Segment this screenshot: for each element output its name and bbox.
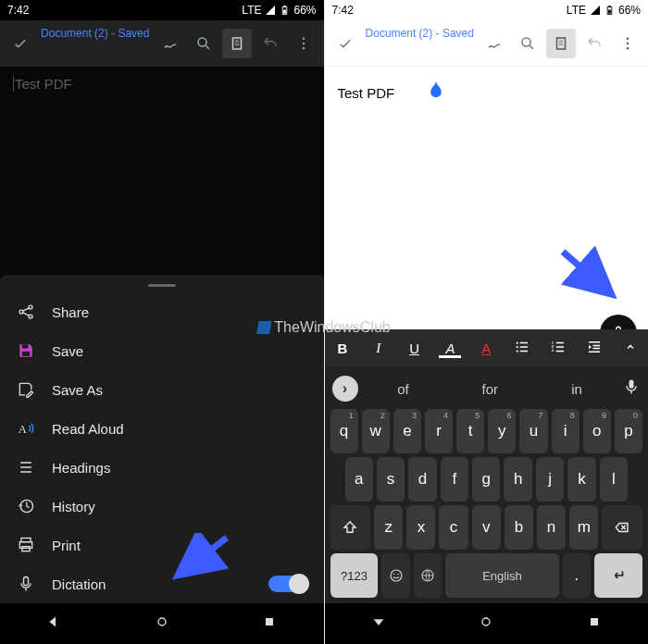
nav-recent[interactable] — [262, 614, 277, 633]
svg-point-22 — [627, 37, 629, 39]
reading-view-button[interactable] — [222, 29, 252, 58]
menu-save-as[interactable]: Save As — [0, 370, 324, 409]
key-y[interactable]: y6 — [488, 409, 516, 453]
svg-point-30 — [391, 570, 402, 581]
menu-label: Dictation — [52, 576, 106, 592]
space-key[interactable]: English — [445, 553, 558, 598]
menu-headings[interactable]: Headings — [0, 448, 324, 487]
key-q[interactable]: q1 — [330, 409, 358, 453]
sheet-handle[interactable] — [148, 284, 176, 287]
key-v[interactable]: v — [472, 505, 501, 550]
svg-point-27 — [517, 345, 518, 347]
key-j[interactable]: j — [536, 457, 564, 502]
keyboard-mic-icon[interactable] — [622, 378, 641, 400]
lang-key[interactable] — [414, 553, 442, 598]
key-d[interactable]: d — [408, 457, 436, 502]
nav-back[interactable] — [46, 614, 61, 633]
search-button[interactable] — [513, 29, 542, 58]
shift-key[interactable] — [330, 505, 371, 550]
app-header: Document (2) - Saved — [325, 20, 649, 67]
undo-button[interactable] — [255, 29, 285, 58]
undo-button[interactable] — [579, 29, 609, 58]
svg-point-24 — [627, 47, 629, 49]
key-k[interactable]: k — [567, 457, 595, 502]
suggestion-expand[interactable]: › — [332, 376, 358, 402]
symbols-key[interactable]: ?123 — [330, 553, 379, 598]
key-s[interactable]: s — [377, 457, 405, 502]
draw-button[interactable] — [480, 29, 509, 58]
key-e[interactable]: e3 — [393, 409, 421, 453]
key-z[interactable]: z — [374, 505, 403, 550]
highlight-button[interactable]: A — [435, 341, 465, 356]
key-x[interactable]: x — [406, 505, 435, 550]
menu-label: Headings — [52, 460, 110, 476]
key-m[interactable]: m — [569, 505, 598, 550]
cursor-handle-icon[interactable] — [430, 80, 442, 98]
draw-button[interactable] — [156, 29, 185, 58]
numbered-button[interactable] — [543, 339, 573, 358]
document-title[interactable]: Document (2) - Saved — [364, 27, 477, 40]
suggestion-2[interactable]: for — [448, 381, 531, 397]
menu-dictation[interactable]: Dictation — [0, 564, 324, 603]
key-h[interactable]: h — [504, 457, 531, 502]
nav-recent[interactable] — [587, 614, 602, 633]
nav-home[interactable] — [155, 614, 169, 633]
more-button[interactable] — [613, 29, 642, 58]
menu-label: Share — [52, 304, 89, 320]
key-u[interactable]: u7 — [519, 409, 547, 453]
menu-history[interactable]: History — [0, 487, 324, 526]
key-r[interactable]: r4 — [425, 409, 453, 453]
toolbar-expand-icon[interactable] — [616, 339, 645, 358]
indent-button[interactable] — [579, 339, 609, 358]
key-l[interactable]: l — [600, 457, 628, 502]
svg-rect-21 — [557, 38, 566, 49]
key-w[interactable]: w2 — [362, 409, 390, 453]
key-b[interactable]: b — [505, 505, 533, 550]
suggestion-1[interactable]: of — [362, 381, 445, 397]
signal-icon — [590, 5, 601, 16]
key-i[interactable]: i8 — [552, 409, 579, 453]
font-color-button[interactable]: A — [471, 341, 501, 356]
key-f[interactable]: f — [441, 457, 468, 502]
document-text: Test PDF — [338, 85, 395, 101]
bold-button[interactable]: B — [328, 341, 357, 356]
read-aloud-icon: A — [17, 419, 35, 438]
key-n[interactable]: n — [537, 505, 566, 550]
enter-key[interactable] — [594, 553, 642, 598]
nav-back[interactable] — [371, 614, 386, 633]
share-icon — [17, 303, 35, 321]
period-key[interactable]: . — [563, 553, 592, 598]
reading-view-button[interactable] — [546, 29, 576, 58]
menu-save[interactable]: Save — [0, 331, 324, 370]
svg-point-5 — [302, 47, 304, 49]
document-title[interactable]: Document (2) - Saved — [39, 27, 152, 40]
nav-home[interactable] — [479, 614, 493, 633]
svg-rect-18 — [266, 618, 273, 625]
svg-point-17 — [158, 618, 166, 625]
backspace-key[interactable] — [602, 505, 642, 550]
headings-icon — [17, 458, 35, 477]
italic-button[interactable]: I — [364, 341, 393, 356]
menu-label: Print — [52, 538, 81, 553]
key-c[interactable]: c — [439, 505, 467, 550]
emoji-key[interactable] — [381, 553, 410, 598]
menu-print[interactable]: Print — [0, 526, 324, 564]
done-button[interactable] — [6, 29, 35, 58]
svg-rect-19 — [608, 10, 611, 14]
key-o[interactable]: o9 — [583, 409, 611, 453]
more-button[interactable] — [289, 29, 318, 58]
bullets-button[interactable] — [507, 339, 537, 358]
done-button[interactable] — [330, 29, 360, 58]
key-a[interactable]: a — [345, 457, 373, 502]
app-header: Document (2) - Saved — [0, 20, 324, 67]
dictation-toggle[interactable] — [268, 576, 307, 592]
svg-rect-35 — [591, 618, 598, 625]
key-g[interactable]: g — [472, 457, 500, 502]
key-t[interactable]: t5 — [456, 409, 484, 453]
suggestion-3[interactable]: in — [535, 381, 618, 397]
key-p[interactable]: p0 — [615, 409, 642, 453]
svg-point-34 — [482, 618, 490, 625]
underline-button[interactable]: U — [400, 341, 430, 356]
menu-read-aloud[interactable]: A Read Aloud — [0, 409, 324, 448]
search-button[interactable] — [189, 29, 218, 58]
